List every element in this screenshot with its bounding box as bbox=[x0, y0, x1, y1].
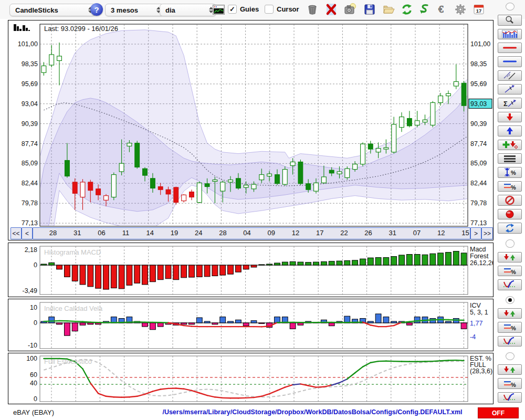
indicator1-lines-percent-button[interactable]: % bbox=[498, 266, 522, 276]
svg-text:79,78: 79,78 bbox=[470, 200, 487, 207]
sum-trendline-tool-button[interactable]: Σ bbox=[498, 98, 522, 108]
chart-type-select[interactable]: CandleSticks bbox=[9, 4, 96, 16]
red-line-tool-button[interactable] bbox=[498, 43, 522, 53]
add-signal-tool-button[interactable] bbox=[498, 140, 522, 150]
nav-date: 31 bbox=[387, 229, 398, 237]
interval-select[interactable]: dia bbox=[160, 4, 216, 16]
main-chart-radio[interactable] bbox=[506, 3, 514, 10]
nav-date: 07 bbox=[412, 229, 422, 237]
blue-line-tool-button[interactable] bbox=[498, 56, 522, 67]
channel-tool-button[interactable] bbox=[498, 70, 522, 81]
delete-button[interactable] bbox=[323, 2, 339, 17]
svg-text:79,78: 79,78 bbox=[22, 200, 38, 207]
arrow-down-tool-button[interactable] bbox=[498, 112, 522, 122]
lines-percent-icon: % bbox=[503, 266, 517, 276]
svg-text:%: % bbox=[511, 325, 516, 331]
calendar-button[interactable]: 17 bbox=[471, 2, 487, 17]
delete-icon bbox=[325, 3, 338, 16]
nav-date: 12 bbox=[436, 229, 446, 237]
save-icon bbox=[364, 4, 375, 15]
candlestick-chart[interactable]: Last: 93.0299 - 16/01/26101,0098,3595,69… bbox=[8, 20, 493, 227]
indicator2-radio[interactable] bbox=[506, 296, 514, 304]
icv-chart[interactable]: Indice Calidad Vela100-10ICV5, 3, 11,77-… bbox=[8, 299, 493, 351]
lines-percent-tool-button[interactable]: % bbox=[498, 181, 522, 192]
svg-text:85,09: 85,09 bbox=[470, 160, 487, 167]
zoom-tool-button[interactable] bbox=[498, 15, 522, 25]
undo-button[interactable] bbox=[417, 2, 433, 17]
cursor-label: Cursor bbox=[277, 5, 299, 13]
indicator3-lines-percent-button[interactable]: % bbox=[498, 378, 522, 388]
save-button[interactable] bbox=[362, 2, 377, 17]
interval-value: dia bbox=[165, 6, 208, 14]
indicator2-lines-percent-button[interactable]: % bbox=[498, 322, 522, 332]
indicator1-curve-button[interactable] bbox=[498, 279, 522, 290]
snapshot-button[interactable] bbox=[342, 2, 358, 17]
help-button[interactable]: ? bbox=[90, 3, 103, 16]
off-toggle-button[interactable]: OFF bbox=[478, 407, 519, 418]
levels-tool-button[interactable] bbox=[498, 153, 522, 164]
svg-text:90,39: 90,39 bbox=[22, 120, 38, 128]
nav-date: 15 bbox=[460, 229, 470, 237]
indicator3-radio[interactable] bbox=[506, 352, 514, 360]
arrow-up-tool-button[interactable] bbox=[498, 125, 522, 136]
svg-text:-3,49: -3,49 bbox=[23, 287, 38, 295]
svg-text:%: % bbox=[511, 170, 516, 176]
guies-checkbox[interactable]: ✓ Guies bbox=[228, 5, 259, 14]
svg-text:77,13: 77,13 bbox=[470, 219, 487, 227]
settings-button[interactable] bbox=[453, 2, 468, 17]
snapshot-icon bbox=[344, 3, 356, 16]
panel-chart-icon bbox=[213, 5, 225, 15]
panel-chart-button[interactable] bbox=[211, 2, 226, 17]
nav-last-button[interactable]: >> bbox=[481, 227, 493, 239]
trash-button[interactable] bbox=[304, 2, 320, 17]
svg-text:0: 0 bbox=[34, 319, 37, 327]
cursor-checkbox[interactable]: ✓ Cursor bbox=[265, 5, 299, 14]
forbid-tool-button[interactable] bbox=[498, 195, 522, 206]
stochastic-panel: Full Estocastico10060400EST. %FULL(28,3,… bbox=[8, 353, 494, 404]
indicator3-curve-button[interactable] bbox=[498, 392, 522, 403]
period-select[interactable]: 3 mesos bbox=[105, 4, 164, 16]
indicator2-curve-button[interactable] bbox=[498, 336, 522, 346]
record-tool-button[interactable] bbox=[498, 209, 522, 219]
app-window: CandleSticks ? 3 mesos dia ✓ Guies ✓ bbox=[0, 0, 525, 420]
nav-date: 28 bbox=[217, 229, 228, 237]
indicator1-radio[interactable] bbox=[506, 239, 514, 247]
forbid-icon bbox=[505, 195, 515, 205]
nav-date: 24 bbox=[193, 229, 204, 237]
indicator1-signals-button[interactable] bbox=[498, 252, 522, 262]
stochastic-chart[interactable]: Full Estocastico10060400EST. %FULL(28,3,… bbox=[8, 353, 493, 404]
indicator2-signals-button[interactable] bbox=[498, 308, 522, 319]
svg-text:85,09: 85,09 bbox=[22, 160, 38, 167]
signals-arrows-icon bbox=[503, 365, 517, 374]
nav-date: 09 bbox=[266, 229, 277, 237]
euro-button[interactable]: € bbox=[435, 2, 450, 17]
undo-icon bbox=[418, 3, 431, 16]
add-signal-icon bbox=[502, 140, 518, 149]
svg-text:2,18: 2,18 bbox=[25, 246, 37, 254]
nav-date: 31 bbox=[72, 229, 82, 237]
open-button[interactable] bbox=[381, 2, 397, 17]
indicator-panels-button[interactable] bbox=[498, 29, 522, 39]
status-bar: eBAY (EBAY) /Users/mserra/Library/CloudS… bbox=[0, 405, 525, 420]
toolbar: CandleSticks ? 3 mesos dia ✓ Guies ✓ bbox=[0, 0, 525, 19]
trendline-tool-button[interactable] bbox=[498, 84, 522, 94]
measure-percent-tool-button[interactable]: % bbox=[498, 167, 522, 177]
macd-panel: Histograma MACD2,180-3,49MacdForest26,12… bbox=[8, 243, 494, 297]
nav-prev-button[interactable]: < bbox=[22, 227, 33, 239]
signals-arrows-icon bbox=[503, 309, 517, 318]
svg-text:%: % bbox=[511, 382, 516, 388]
indicator3-signals-button[interactable] bbox=[498, 364, 522, 375]
sync-tool-button[interactable] bbox=[498, 223, 522, 234]
svg-text:5, 3, 1: 5, 3, 1 bbox=[470, 309, 488, 316]
signals-arrows-icon bbox=[503, 253, 517, 261]
trendline-icon bbox=[503, 85, 516, 94]
refresh-button[interactable] bbox=[399, 2, 415, 17]
svg-text:93,03: 93,03 bbox=[470, 100, 487, 108]
nav-first-button[interactable]: << bbox=[10, 227, 22, 239]
macd-chart[interactable]: Histograma MACD2,180-3,49MacdForest26,12… bbox=[8, 243, 493, 297]
nav-date: 28 bbox=[48, 229, 58, 237]
zoom-icon bbox=[503, 15, 516, 25]
lines-percent-icon: % bbox=[503, 182, 517, 191]
nav-date-strip[interactable]: 283106111419242804091217222631071215 bbox=[33, 227, 470, 239]
nav-next-button[interactable]: > bbox=[470, 227, 481, 239]
